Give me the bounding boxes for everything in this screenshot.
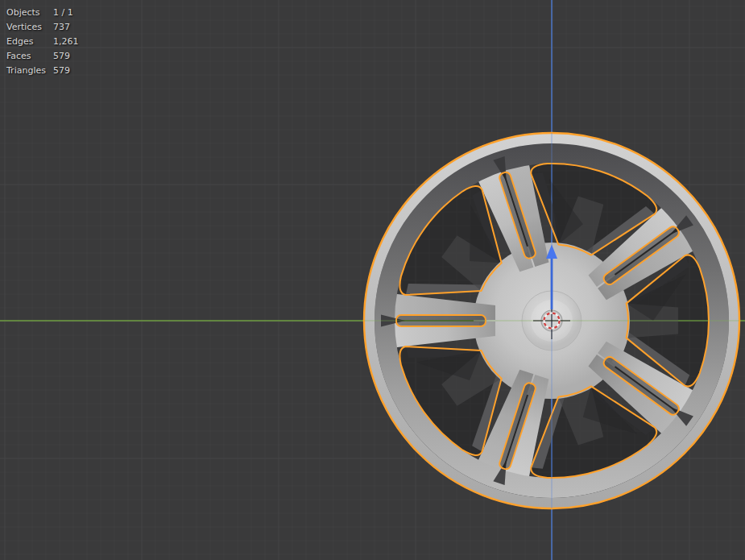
3d-viewport[interactable]: Objects 1 / 1 Vertices 737 Edges 1,261 F… xyxy=(0,0,745,560)
stat-value: 1,261 xyxy=(53,35,79,49)
wheel-svg xyxy=(0,0,745,560)
stat-value: 1 / 1 xyxy=(53,6,73,20)
stat-row-objects: Objects 1 / 1 xyxy=(6,6,79,20)
stats-overlay: Objects 1 / 1 Vertices 737 Edges 1,261 F… xyxy=(6,6,79,78)
stat-label: Edges xyxy=(6,35,53,49)
stat-label: Objects xyxy=(6,6,53,20)
stat-row-triangles: Triangles 579 xyxy=(6,64,79,78)
stat-label: Triangles xyxy=(6,64,53,78)
stat-row-vertices: Vertices 737 xyxy=(6,20,79,35)
stat-row-faces: Faces 579 xyxy=(6,49,79,64)
stat-value: 579 xyxy=(53,49,70,64)
stat-row-edges: Edges 1,261 xyxy=(6,35,79,49)
stat-label: Vertices xyxy=(6,20,53,35)
stat-value: 579 xyxy=(53,64,70,78)
stat-label: Faces xyxy=(6,49,53,64)
stat-value: 737 xyxy=(53,20,70,35)
